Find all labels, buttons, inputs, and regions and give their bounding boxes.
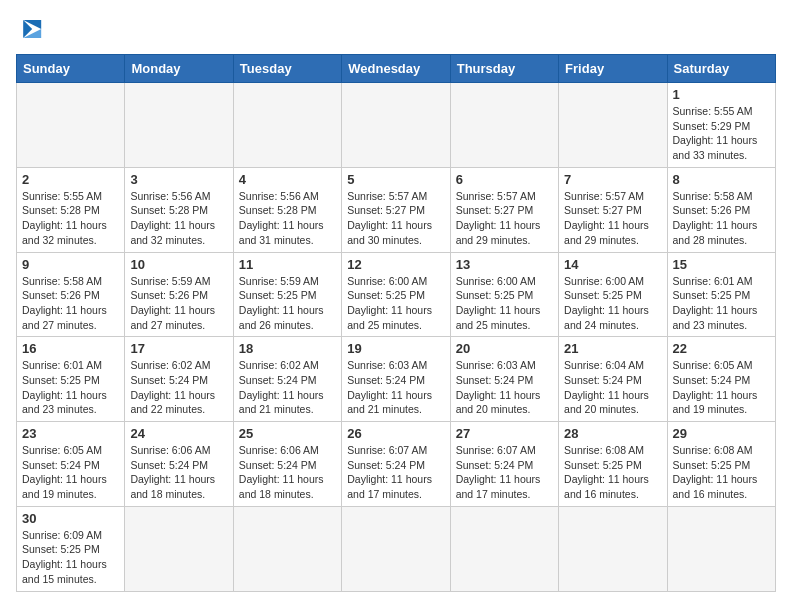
day-info: Sunrise: 5:56 AM Sunset: 5:28 PM Dayligh… — [239, 189, 336, 248]
weekday-header-monday: Monday — [125, 55, 233, 83]
calendar-cell: 10Sunrise: 5:59 AM Sunset: 5:26 PM Dayli… — [125, 252, 233, 337]
day-info: Sunrise: 5:55 AM Sunset: 5:28 PM Dayligh… — [22, 189, 119, 248]
day-info: Sunrise: 6:07 AM Sunset: 5:24 PM Dayligh… — [347, 443, 444, 502]
day-number: 14 — [564, 257, 661, 272]
calendar-cell: 2Sunrise: 5:55 AM Sunset: 5:28 PM Daylig… — [17, 167, 125, 252]
day-info: Sunrise: 5:57 AM Sunset: 5:27 PM Dayligh… — [456, 189, 553, 248]
day-number: 9 — [22, 257, 119, 272]
page-header — [16, 16, 776, 44]
calendar-cell: 13Sunrise: 6:00 AM Sunset: 5:25 PM Dayli… — [450, 252, 558, 337]
calendar-cell — [450, 83, 558, 168]
day-info: Sunrise: 5:55 AM Sunset: 5:29 PM Dayligh… — [673, 104, 770, 163]
calendar-row-2: 9Sunrise: 5:58 AM Sunset: 5:26 PM Daylig… — [17, 252, 776, 337]
weekday-header-thursday: Thursday — [450, 55, 558, 83]
day-number: 7 — [564, 172, 661, 187]
calendar-cell — [342, 506, 450, 591]
calendar-cell — [125, 506, 233, 591]
logo — [16, 16, 56, 44]
calendar-cell: 4Sunrise: 5:56 AM Sunset: 5:28 PM Daylig… — [233, 167, 341, 252]
day-number: 10 — [130, 257, 227, 272]
calendar-table: SundayMondayTuesdayWednesdayThursdayFrid… — [16, 54, 776, 592]
generalblue-icon — [16, 16, 52, 44]
calendar-cell: 1Sunrise: 5:55 AM Sunset: 5:29 PM Daylig… — [667, 83, 775, 168]
calendar-cell: 21Sunrise: 6:04 AM Sunset: 5:24 PM Dayli… — [559, 337, 667, 422]
day-info: Sunrise: 6:00 AM Sunset: 5:25 PM Dayligh… — [347, 274, 444, 333]
day-info: Sunrise: 5:58 AM Sunset: 5:26 PM Dayligh… — [22, 274, 119, 333]
calendar-cell: 24Sunrise: 6:06 AM Sunset: 5:24 PM Dayli… — [125, 422, 233, 507]
day-number: 25 — [239, 426, 336, 441]
weekday-header-sunday: Sunday — [17, 55, 125, 83]
calendar-cell — [233, 83, 341, 168]
weekday-header-tuesday: Tuesday — [233, 55, 341, 83]
calendar-cell: 19Sunrise: 6:03 AM Sunset: 5:24 PM Dayli… — [342, 337, 450, 422]
day-info: Sunrise: 6:01 AM Sunset: 5:25 PM Dayligh… — [673, 274, 770, 333]
day-info: Sunrise: 5:59 AM Sunset: 5:25 PM Dayligh… — [239, 274, 336, 333]
day-number: 28 — [564, 426, 661, 441]
day-info: Sunrise: 5:59 AM Sunset: 5:26 PM Dayligh… — [130, 274, 227, 333]
calendar-row-0: 1Sunrise: 5:55 AM Sunset: 5:29 PM Daylig… — [17, 83, 776, 168]
calendar-cell: 16Sunrise: 6:01 AM Sunset: 5:25 PM Dayli… — [17, 337, 125, 422]
day-info: Sunrise: 6:05 AM Sunset: 5:24 PM Dayligh… — [22, 443, 119, 502]
calendar-cell: 29Sunrise: 6:08 AM Sunset: 5:25 PM Dayli… — [667, 422, 775, 507]
calendar-cell — [559, 506, 667, 591]
day-info: Sunrise: 6:05 AM Sunset: 5:24 PM Dayligh… — [673, 358, 770, 417]
day-info: Sunrise: 5:56 AM Sunset: 5:28 PM Dayligh… — [130, 189, 227, 248]
calendar-row-3: 16Sunrise: 6:01 AM Sunset: 5:25 PM Dayli… — [17, 337, 776, 422]
calendar-cell: 15Sunrise: 6:01 AM Sunset: 5:25 PM Dayli… — [667, 252, 775, 337]
day-info: Sunrise: 6:03 AM Sunset: 5:24 PM Dayligh… — [347, 358, 444, 417]
weekday-header-saturday: Saturday — [667, 55, 775, 83]
day-info: Sunrise: 6:06 AM Sunset: 5:24 PM Dayligh… — [130, 443, 227, 502]
day-info: Sunrise: 5:57 AM Sunset: 5:27 PM Dayligh… — [564, 189, 661, 248]
calendar-cell: 28Sunrise: 6:08 AM Sunset: 5:25 PM Dayli… — [559, 422, 667, 507]
day-number: 30 — [22, 511, 119, 526]
calendar-cell: 25Sunrise: 6:06 AM Sunset: 5:24 PM Dayli… — [233, 422, 341, 507]
day-info: Sunrise: 6:03 AM Sunset: 5:24 PM Dayligh… — [456, 358, 553, 417]
day-number: 2 — [22, 172, 119, 187]
calendar-cell — [17, 83, 125, 168]
calendar-row-1: 2Sunrise: 5:55 AM Sunset: 5:28 PM Daylig… — [17, 167, 776, 252]
day-number: 21 — [564, 341, 661, 356]
calendar-cell — [342, 83, 450, 168]
calendar-cell: 12Sunrise: 6:00 AM Sunset: 5:25 PM Dayli… — [342, 252, 450, 337]
weekday-header-friday: Friday — [559, 55, 667, 83]
day-number: 17 — [130, 341, 227, 356]
day-info: Sunrise: 6:02 AM Sunset: 5:24 PM Dayligh… — [130, 358, 227, 417]
calendar-cell: 27Sunrise: 6:07 AM Sunset: 5:24 PM Dayli… — [450, 422, 558, 507]
weekday-header-row: SundayMondayTuesdayWednesdayThursdayFrid… — [17, 55, 776, 83]
day-info: Sunrise: 6:01 AM Sunset: 5:25 PM Dayligh… — [22, 358, 119, 417]
day-info: Sunrise: 6:00 AM Sunset: 5:25 PM Dayligh… — [456, 274, 553, 333]
day-info: Sunrise: 5:58 AM Sunset: 5:26 PM Dayligh… — [673, 189, 770, 248]
day-number: 20 — [456, 341, 553, 356]
calendar-cell: 18Sunrise: 6:02 AM Sunset: 5:24 PM Dayli… — [233, 337, 341, 422]
calendar-cell: 17Sunrise: 6:02 AM Sunset: 5:24 PM Dayli… — [125, 337, 233, 422]
calendar-cell: 6Sunrise: 5:57 AM Sunset: 5:27 PM Daylig… — [450, 167, 558, 252]
calendar-cell: 8Sunrise: 5:58 AM Sunset: 5:26 PM Daylig… — [667, 167, 775, 252]
day-info: Sunrise: 6:08 AM Sunset: 5:25 PM Dayligh… — [564, 443, 661, 502]
day-number: 16 — [22, 341, 119, 356]
day-number: 1 — [673, 87, 770, 102]
calendar-cell — [559, 83, 667, 168]
day-number: 15 — [673, 257, 770, 272]
day-number: 8 — [673, 172, 770, 187]
day-number: 12 — [347, 257, 444, 272]
day-info: Sunrise: 6:02 AM Sunset: 5:24 PM Dayligh… — [239, 358, 336, 417]
calendar-cell: 20Sunrise: 6:03 AM Sunset: 5:24 PM Dayli… — [450, 337, 558, 422]
day-number: 26 — [347, 426, 444, 441]
day-number: 13 — [456, 257, 553, 272]
calendar-cell — [125, 83, 233, 168]
day-info: Sunrise: 6:07 AM Sunset: 5:24 PM Dayligh… — [456, 443, 553, 502]
day-number: 18 — [239, 341, 336, 356]
calendar-cell: 14Sunrise: 6:00 AM Sunset: 5:25 PM Dayli… — [559, 252, 667, 337]
day-number: 6 — [456, 172, 553, 187]
calendar-cell — [450, 506, 558, 591]
day-info: Sunrise: 6:09 AM Sunset: 5:25 PM Dayligh… — [22, 528, 119, 587]
calendar-cell — [667, 506, 775, 591]
day-info: Sunrise: 6:06 AM Sunset: 5:24 PM Dayligh… — [239, 443, 336, 502]
day-number: 29 — [673, 426, 770, 441]
day-number: 27 — [456, 426, 553, 441]
day-info: Sunrise: 5:57 AM Sunset: 5:27 PM Dayligh… — [347, 189, 444, 248]
calendar-cell: 7Sunrise: 5:57 AM Sunset: 5:27 PM Daylig… — [559, 167, 667, 252]
day-info: Sunrise: 6:04 AM Sunset: 5:24 PM Dayligh… — [564, 358, 661, 417]
calendar-cell: 5Sunrise: 5:57 AM Sunset: 5:27 PM Daylig… — [342, 167, 450, 252]
calendar-row-4: 23Sunrise: 6:05 AM Sunset: 5:24 PM Dayli… — [17, 422, 776, 507]
